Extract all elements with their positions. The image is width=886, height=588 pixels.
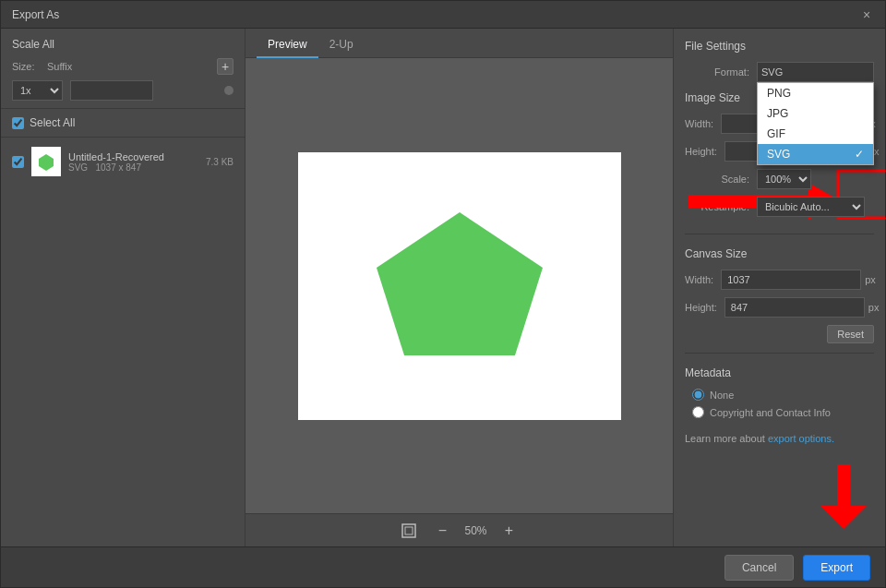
bottom-bar: Cancel Export [1, 546, 885, 587]
svg-marker-8 [820, 506, 867, 529]
list-item[interactable]: Untitled-1-Recovered SVG 1037 x 847 7.3 … [1, 141, 245, 182]
learn-more: Learn more about export options. [685, 433, 874, 444]
resample-label: Resample: [685, 201, 749, 212]
select-all-checkbox[interactable] [12, 117, 24, 129]
canvas-size-title: Canvas Size [685, 247, 874, 260]
zoom-out-icon: − [438, 522, 447, 539]
add-button[interactable]: + [217, 58, 233, 75]
preview-tabs: Preview 2-Up [245, 29, 673, 58]
svg-rect-5 [402, 524, 415, 537]
canvas-height-label: Height: [685, 302, 717, 313]
svg-rect-7 [837, 464, 850, 506]
preview-area [245, 58, 673, 513]
metadata-section: Metadata None Copyright and Contact Info [685, 366, 874, 424]
file-thumb-svg [37, 152, 55, 171]
suffix-label: Suffix [47, 61, 84, 72]
format-label: Format: [685, 66, 749, 78]
metadata-none-radio[interactable] [692, 389, 704, 401]
preview-canvas [298, 152, 621, 420]
format-option-jpg[interactable]: JPG [758, 103, 873, 124]
resample-select[interactable]: Bicubic Auto... Nearest Neighbor [757, 197, 865, 217]
canvas-width-label: Width: [685, 274, 713, 285]
tab-2up[interactable]: 2-Up [318, 32, 365, 58]
select-all-label[interactable]: Select All [30, 116, 75, 129]
export-options-link[interactable]: export options. [768, 433, 834, 444]
metadata-none-row: None [685, 389, 874, 401]
format-option-svg[interactable]: SVG ✓ [758, 144, 873, 164]
file-list: Untitled-1-Recovered SVG 1037 x 847 7.3 … [1, 138, 245, 546]
format-option-gif[interactable]: GIF [758, 124, 873, 144]
close-button[interactable]: × [859, 7, 874, 22]
suffix-input[interactable] [70, 80, 153, 101]
select-all-row: Select All [1, 109, 245, 138]
divider-2 [685, 353, 874, 354]
center-panel: Preview 2-Up [245, 29, 673, 546]
file-settings-title: File Settings [685, 40, 874, 53]
divider-1 [685, 234, 874, 234]
reset-button[interactable]: Reset [827, 325, 874, 343]
canvas-width-row: Width: 1037 px [685, 270, 874, 290]
fit-screen-icon [401, 523, 416, 538]
svg-rect-6 [405, 527, 413, 534]
suffix-circle [224, 86, 233, 95]
dialog-title: Export As [12, 8, 59, 21]
metadata-title: Metadata [685, 366, 874, 379]
canvas-height-input[interactable]: 847 [724, 297, 865, 318]
right-panel: File Settings Format: SVG PNG JPG GIF PN… [673, 29, 885, 546]
size-select[interactable]: 1x 2x 3x [12, 80, 63, 101]
resample-select-wrapper: Bicubic Auto... Nearest Neighbor [757, 197, 874, 217]
canvas-height-row: Height: 847 px [685, 297, 874, 318]
scale-select-wrapper: 100% 50% 200% [757, 169, 874, 189]
tab-preview[interactable]: Preview [257, 32, 318, 58]
format-select[interactable]: SVG PNG JPG GIF [757, 62, 874, 82]
scale-all-title: Scale All [12, 38, 233, 51]
size-row: 1x 2x 3x [12, 80, 233, 101]
zoom-out-button[interactable]: − [431, 520, 453, 542]
canvas-height-unit: px [868, 302, 880, 313]
main-content: Scale All Size: Suffix + 1x 2x 3x [1, 29, 885, 546]
zoom-label: 50% [464, 524, 486, 537]
metadata-none-label[interactable]: None [710, 390, 734, 401]
export-button[interactable]: Export [803, 555, 870, 581]
height-label: Height: [685, 146, 717, 157]
left-panel: Scale All Size: Suffix + 1x 2x 3x [1, 29, 245, 546]
down-arrow-svg [820, 464, 867, 529]
fit-screen-button[interactable] [398, 520, 420, 542]
metadata-copyright-label[interactable]: Copyright and Contact Info [710, 407, 831, 418]
format-dropdown-menu: PNG JPG GIF SVG ✓ [757, 82, 874, 165]
scale-row: Scale: 100% 50% 200% [685, 169, 874, 189]
zoom-in-button[interactable]: + [498, 520, 521, 542]
pentagon-preview [358, 194, 561, 378]
title-bar: Export As × [1, 1, 885, 29]
down-arrow-annotation [820, 464, 867, 532]
metadata-copyright-radio[interactable] [692, 406, 704, 418]
format-row: Format: SVG PNG JPG GIF PNG JPG [685, 62, 874, 82]
export-as-dialog: Export As × Scale All Size: Suffix + 1x … [0, 0, 886, 588]
format-option-png[interactable]: PNG [758, 83, 873, 103]
metadata-copyright-row: Copyright and Contact Info [685, 406, 874, 418]
canvas-width-unit: px [865, 274, 876, 285]
file-size: 7.3 KB [206, 157, 233, 167]
file-thumbnail [31, 147, 61, 176]
file-name: Untitled-1-Recovered [68, 151, 198, 162]
svg-marker-0 [39, 154, 54, 171]
scale-all-section: Scale All Size: Suffix + 1x 2x 3x [1, 29, 245, 109]
zoom-in-icon: + [505, 522, 513, 539]
width-label: Width: [685, 118, 713, 129]
resample-row: Resample: Bicubic Auto... Nearest Neighb… [685, 197, 874, 217]
check-mark-icon: ✓ [855, 148, 864, 161]
size-label: Size: [12, 61, 40, 72]
file-meta: SVG 1037 x 847 [68, 162, 198, 173]
file-info: Untitled-1-Recovered SVG 1037 x 847 [68, 151, 198, 173]
format-select-wrapper: SVG PNG JPG GIF PNG JPG [757, 62, 874, 82]
canvas-size-section: Canvas Size Width: 1037 px Height: 847 p… [685, 247, 874, 343]
file-checkbox[interactable] [12, 156, 24, 168]
canvas-width-input[interactable]: 1037 [721, 270, 861, 290]
svg-marker-1 [377, 212, 543, 355]
scale-label: Scale: [685, 174, 749, 185]
scale-select[interactable]: 100% 50% 200% [757, 169, 811, 189]
cancel-button[interactable]: Cancel [724, 555, 794, 581]
preview-toolbar: − 50% + [245, 513, 673, 546]
size-suffix-row: Size: Suffix + [12, 58, 233, 75]
